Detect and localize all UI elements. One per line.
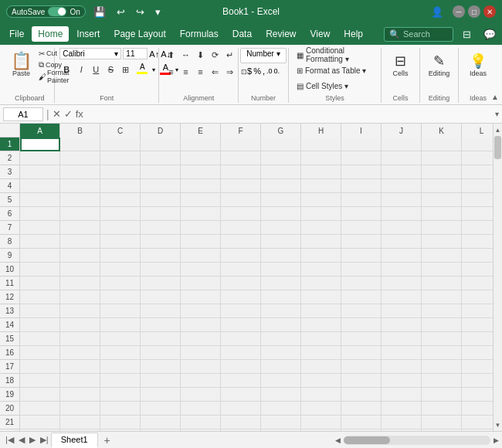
cell-D19[interactable] <box>141 388 181 402</box>
cell-K12[interactable] <box>422 290 462 304</box>
cell-J6[interactable] <box>382 207 422 221</box>
cell-D22[interactable] <box>141 429 181 431</box>
cell-G2[interactable] <box>261 151 301 165</box>
formula-input[interactable] <box>86 110 492 119</box>
cell-H16[interactable] <box>301 346 341 360</box>
cell-A14[interactable] <box>20 318 60 332</box>
cell-E6[interactable] <box>181 207 221 221</box>
cell-D4[interactable] <box>141 179 181 193</box>
cell-F16[interactable] <box>221 346 261 360</box>
cell-L3[interactable] <box>462 165 493 179</box>
cell-J2[interactable] <box>382 151 422 165</box>
cell-F21[interactable] <box>221 416 261 429</box>
search-input[interactable] <box>403 29 449 39</box>
menu-view[interactable]: View <box>304 26 337 42</box>
cell-B3[interactable] <box>60 165 100 179</box>
cell-G10[interactable] <box>261 263 301 277</box>
customize-qat-icon[interactable]: ▾ <box>152 5 164 19</box>
cell-E9[interactable] <box>181 249 221 263</box>
sheet-nav-first[interactable]: |◀ <box>3 435 16 445</box>
cell-K8[interactable] <box>422 235 462 249</box>
sheet-nav-next[interactable]: ▶ <box>27 435 38 445</box>
cell-E8[interactable] <box>181 235 221 249</box>
cell-G1[interactable] <box>261 137 301 151</box>
cell-H18[interactable] <box>301 374 341 388</box>
cell-I6[interactable] <box>341 207 382 221</box>
scroll-thumb-vertical[interactable] <box>494 136 501 159</box>
cell-L4[interactable] <box>462 179 493 193</box>
cell-F19[interactable] <box>221 388 261 402</box>
cell-B8[interactable] <box>60 235 100 249</box>
cell-L7[interactable] <box>462 221 493 235</box>
cell-L11[interactable] <box>462 277 493 290</box>
percent-btn[interactable]: % <box>253 66 261 76</box>
menu-data[interactable]: Data <box>226 26 258 42</box>
close-button[interactable]: ✕ <box>483 5 496 18</box>
cell-A16[interactable] <box>20 346 60 360</box>
cell-K15[interactable] <box>422 332 462 346</box>
cell-K7[interactable] <box>422 221 462 235</box>
font-family-select[interactable]: Calibri ▾ <box>59 48 121 59</box>
scroll-right-button[interactable]: ▶ <box>492 436 500 444</box>
cell-I9[interactable] <box>341 249 382 263</box>
col-header-F[interactable]: F <box>221 124 261 137</box>
align-right-button[interactable]: ≡ <box>193 65 207 79</box>
cell-G13[interactable] <box>261 304 301 318</box>
italic-button[interactable]: I <box>74 63 88 76</box>
cell-A4[interactable] <box>20 179 60 193</box>
cell-L13[interactable] <box>462 304 493 318</box>
row-header-15[interactable]: 15 <box>0 332 20 346</box>
cell-B20[interactable] <box>60 402 100 416</box>
cell-D21[interactable] <box>141 416 181 429</box>
row-header-22[interactable]: 22 <box>0 429 20 431</box>
cell-J19[interactable] <box>382 388 422 402</box>
cell-B17[interactable] <box>60 360 100 374</box>
scroll-track-vertical[interactable] <box>494 136 502 419</box>
col-header-K[interactable]: K <box>422 124 462 137</box>
cell-G16[interactable] <box>261 346 301 360</box>
row-header-2[interactable]: 2 <box>0 151 20 165</box>
cell-G19[interactable] <box>261 388 301 402</box>
cell-I5[interactable] <box>341 193 382 207</box>
cell-H14[interactable] <box>301 318 341 332</box>
row-header-6[interactable]: 6 <box>0 207 20 221</box>
row-header-7[interactable]: 7 <box>0 221 20 235</box>
cell-D6[interactable] <box>141 207 181 221</box>
cell-H19[interactable] <box>301 388 341 402</box>
cell-C13[interactable] <box>100 304 141 318</box>
cell-I10[interactable] <box>341 263 382 277</box>
cell-H6[interactable] <box>301 207 341 221</box>
cell-D3[interactable] <box>141 165 181 179</box>
scroll-down-button[interactable]: ▼ <box>494 419 502 431</box>
align-bottom-button[interactable]: ⬇ <box>193 48 207 62</box>
cell-H12[interactable] <box>301 290 341 304</box>
cell-H7[interactable] <box>301 221 341 235</box>
cell-A21[interactable] <box>20 416 60 429</box>
profile-icon[interactable]: 👤 <box>428 5 446 19</box>
cell-H17[interactable] <box>301 360 341 374</box>
cell-D16[interactable] <box>141 346 181 360</box>
cell-F9[interactable] <box>221 249 261 263</box>
cell-I16[interactable] <box>341 346 382 360</box>
cell-A7[interactable] <box>20 221 60 235</box>
cell-J12[interactable] <box>382 290 422 304</box>
align-center-button[interactable]: ≡ <box>178 65 192 79</box>
decrease-decimal-btn[interactable]: 0. <box>273 67 280 75</box>
cell-C2[interactable] <box>100 151 141 165</box>
maximize-button[interactable]: □ <box>468 5 480 18</box>
col-header-G[interactable]: G <box>261 124 301 137</box>
cell-J13[interactable] <box>382 304 422 318</box>
cell-I19[interactable] <box>341 388 382 402</box>
scroll-thumb-horizontal[interactable] <box>344 436 390 444</box>
cell-G14[interactable] <box>261 318 301 332</box>
cell-D5[interactable] <box>141 193 181 207</box>
vertical-scrollbar[interactable]: ▲ ▼ <box>493 124 502 431</box>
cell-D18[interactable] <box>141 374 181 388</box>
increase-size-icon[interactable]: A↑ <box>149 49 159 59</box>
cell-J16[interactable] <box>382 346 422 360</box>
col-header-I[interactable]: I <box>341 124 382 137</box>
cell-D14[interactable] <box>141 318 181 332</box>
cell-D13[interactable] <box>141 304 181 318</box>
cell-C1[interactable] <box>100 137 141 151</box>
cell-E18[interactable] <box>181 374 221 388</box>
